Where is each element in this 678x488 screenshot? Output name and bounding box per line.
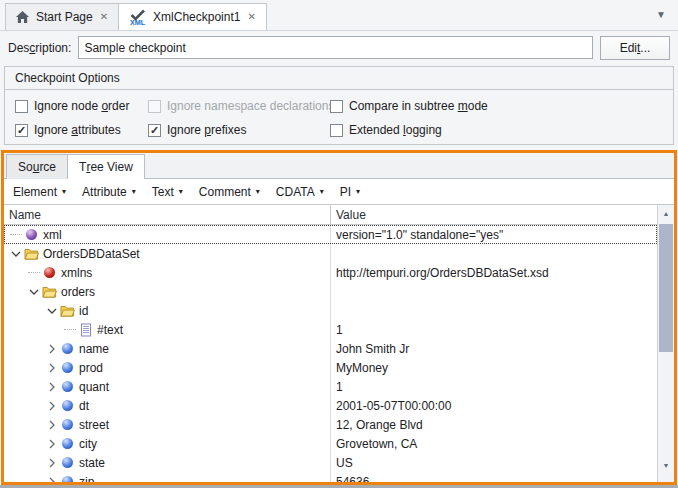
toolbar-button-attribute[interactable]: Attribute▾ bbox=[82, 185, 136, 199]
tree-rows: xmlversion="1.0" standalone="yes"OrdersD… bbox=[4, 225, 657, 482]
checkbox-box bbox=[148, 100, 161, 113]
label-text: So bbox=[18, 160, 33, 174]
node-name: city bbox=[79, 437, 97, 451]
chevron-down-icon: ▾ bbox=[256, 187, 260, 196]
tree-row-zip[interactable]: zip54636 bbox=[4, 472, 657, 482]
node-name: dt bbox=[79, 399, 89, 413]
tree-row-xml[interactable]: xmlversion="1.0" standalone="yes" bbox=[4, 225, 657, 244]
tree-row-name[interactable]: nameJohn Smith Jr bbox=[4, 339, 657, 358]
node-name: orders bbox=[61, 285, 95, 299]
chevron-collapsed-icon[interactable] bbox=[44, 379, 60, 395]
checkbox-label: Ignore prefixes bbox=[167, 123, 246, 137]
xml-tree-view: Name Value xmlversion="1.0" standalone="… bbox=[4, 204, 674, 482]
checkbox-ignore-attributes[interactable]: ✓Ignore attributes bbox=[15, 123, 148, 137]
column-header-name[interactable]: Name bbox=[4, 205, 331, 224]
tree-row-quant[interactable]: quant1 bbox=[4, 377, 657, 396]
tree-row-state[interactable]: stateUS bbox=[4, 453, 657, 472]
node-value bbox=[331, 301, 657, 320]
checkbox-compare-in-subtree-mode[interactable]: Compare in subtree mode bbox=[330, 99, 663, 113]
tree-row-ordersdbdataset[interactable]: OrdersDBDataSet bbox=[4, 244, 657, 263]
chevron-collapsed-icon[interactable] bbox=[44, 341, 60, 357]
tree-row-orders[interactable]: orders bbox=[4, 282, 657, 301]
element-icon bbox=[62, 381, 73, 392]
namespace-icon bbox=[42, 265, 57, 280]
doc-tab-start-page[interactable]: Start Page✕ bbox=[5, 3, 119, 30]
tree-cell-name: xml bbox=[4, 225, 331, 244]
toolbar-button-text[interactable]: Text▾ bbox=[152, 185, 183, 199]
node-value: 54636 bbox=[331, 472, 657, 482]
chevron-expanded-icon[interactable] bbox=[44, 303, 60, 319]
viewer-tab-tree-view[interactable]: Tree View bbox=[67, 154, 145, 179]
close-icon[interactable]: ✕ bbox=[99, 12, 109, 22]
element-icon bbox=[62, 438, 73, 449]
node-value bbox=[331, 244, 657, 263]
tree-cell-name: street bbox=[4, 415, 331, 434]
label-text: Ignore bbox=[34, 123, 71, 137]
checkbox-ignore-prefixes[interactable]: ✓Ignore prefixes bbox=[148, 123, 330, 137]
tree-line-stub bbox=[26, 265, 42, 281]
doc-tab-xmlcheckpoint1[interactable]: XMLXmlCheckpoint1✕ bbox=[118, 3, 267, 30]
chevron-down-icon[interactable]: ▼ bbox=[656, 10, 666, 20]
toolbar-button-comment[interactable]: Comment▾ bbox=[199, 185, 260, 199]
tree-cell-name: orders bbox=[4, 282, 331, 301]
chevron-collapsed-icon[interactable] bbox=[44, 455, 60, 471]
element-icon bbox=[60, 436, 75, 451]
node-name: state bbox=[79, 456, 105, 470]
vertical-scrollbar[interactable]: ▲ ▼ bbox=[657, 205, 674, 482]
chevron-expanded-icon[interactable] bbox=[8, 246, 24, 262]
mnemonic-char: u bbox=[33, 160, 40, 174]
tree-cell-name: dt bbox=[4, 396, 331, 415]
tree-row-city[interactable]: cityGrovetown, CA bbox=[4, 434, 657, 453]
element-icon bbox=[60, 417, 75, 432]
chevron-collapsed-icon[interactable] bbox=[44, 398, 60, 414]
checkbox-ignore-node-order[interactable]: Ignore node order bbox=[15, 99, 148, 113]
column-header-value[interactable]: Value bbox=[331, 205, 657, 224]
node-value: 12, Orange Blvd bbox=[331, 415, 657, 434]
toolbar-button-pi[interactable]: PI▾ bbox=[340, 185, 360, 199]
toolbar-button-element[interactable]: Element▾ bbox=[13, 185, 66, 199]
chevron-collapsed-icon[interactable] bbox=[44, 417, 60, 433]
tree-row-xmlns[interactable]: xmlnshttp://tempuri.org/OrdersDBDataSet.… bbox=[4, 263, 657, 282]
tree-header: Name Value bbox=[4, 205, 657, 225]
description-row: Description: Edit... bbox=[0, 31, 678, 64]
tree-row-id[interactable]: id bbox=[4, 301, 657, 320]
toolbar-button-label: Element bbox=[13, 185, 57, 199]
chevron-collapsed-icon[interactable] bbox=[44, 436, 60, 452]
checkbox-extended-logging[interactable]: Extended logging bbox=[330, 123, 663, 137]
label-text: ee View bbox=[90, 160, 132, 174]
node-value: MyMoney bbox=[331, 358, 657, 377]
namespace-icon bbox=[44, 267, 55, 278]
tree-row-street[interactable]: street12, Orange Blvd bbox=[4, 415, 657, 434]
node-name: quant bbox=[79, 380, 109, 394]
scroll-down-icon[interactable]: ▼ bbox=[658, 457, 674, 474]
tree-row-dt[interactable]: dt2001-05-07T00:00:00 bbox=[4, 396, 657, 415]
chevron-collapsed-icon[interactable] bbox=[44, 360, 60, 376]
toolbar-button-cdata[interactable]: CDATA▾ bbox=[276, 185, 324, 199]
viewer-tab-source[interactable]: Source bbox=[6, 154, 68, 179]
checkbox-box: ✓ bbox=[15, 124, 28, 137]
scroll-up-icon[interactable]: ▲ bbox=[658, 205, 674, 222]
node-name: street bbox=[79, 418, 109, 432]
chevron-expanded-icon[interactable] bbox=[26, 284, 42, 300]
chevron-down-icon: ▾ bbox=[356, 187, 360, 196]
checkbox-ignore-namespace-declarations: Ignore namespace declarations bbox=[148, 99, 330, 113]
close-icon[interactable]: ✕ bbox=[246, 12, 256, 22]
scrollbar-thumb[interactable] bbox=[659, 224, 673, 352]
checkpoint-options-group: Checkpoint Options Ignore node orderIgno… bbox=[4, 66, 674, 145]
label-text: Ignore node bbox=[34, 99, 101, 113]
checkpoint-options-grid: Ignore node orderIgnore namespace declar… bbox=[5, 90, 673, 137]
tree-cell-name: id bbox=[4, 301, 331, 320]
chevron-collapsed-icon[interactable] bbox=[44, 474, 60, 483]
description-input[interactable] bbox=[78, 36, 593, 59]
checkbox-label: Compare in subtree mode bbox=[349, 99, 488, 113]
edit-button[interactable]: Edit... bbox=[600, 36, 670, 60]
element-icon bbox=[62, 400, 73, 411]
tree-row-prod[interactable]: prodMyMoney bbox=[4, 358, 657, 377]
tree-row-text[interactable]: #text1 bbox=[4, 320, 657, 339]
element-icon bbox=[62, 419, 73, 430]
chevron-down-icon: ▾ bbox=[132, 187, 136, 196]
element-icon bbox=[60, 398, 75, 413]
checkbox-box bbox=[330, 124, 343, 137]
element-icon bbox=[60, 379, 75, 394]
xml-checkpoint-editor: Start Page✕XMLXmlCheckpoint1✕ ▼ Descript… bbox=[0, 0, 678, 488]
